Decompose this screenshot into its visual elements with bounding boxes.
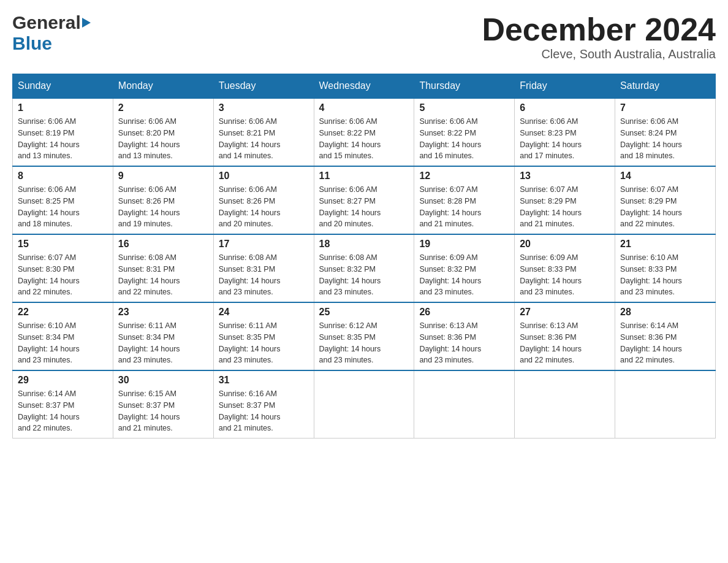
calendar-cell [615,370,716,439]
week-row-1: 1 Sunrise: 6:06 AMSunset: 8:19 PMDayligh… [13,98,716,166]
day-number: 12 [419,170,509,182]
calendar-cell: 3 Sunrise: 6:06 AMSunset: 8:21 PMDayligh… [213,98,314,166]
calendar-cell: 30 Sunrise: 6:15 AMSunset: 8:37 PMDaylig… [113,370,213,439]
day-number: 31 [219,375,309,386]
page-header: General Blue December 2024 Cleve, South … [12,12,716,61]
day-info: Sunrise: 6:15 AMSunset: 8:37 PMDaylight:… [118,389,180,432]
day-info: Sunrise: 6:11 AMSunset: 8:34 PMDaylight:… [118,321,180,364]
day-info: Sunrise: 6:14 AMSunset: 8:37 PMDaylight:… [18,389,80,432]
day-info: Sunrise: 6:16 AMSunset: 8:37 PMDaylight:… [219,389,281,432]
day-number: 20 [520,239,610,250]
calendar-cell: 7 Sunrise: 6:06 AMSunset: 8:24 PMDayligh… [615,98,716,166]
day-number: 6 [520,102,610,113]
day-number: 25 [319,307,409,318]
day-info: Sunrise: 6:06 AMSunset: 8:27 PMDaylight:… [319,185,381,228]
calendar-cell: 10 Sunrise: 6:06 AMSunset: 8:26 PMDaylig… [213,166,314,234]
day-number: 19 [419,239,509,250]
header-thursday: Thursday [414,74,515,99]
day-info: Sunrise: 6:08 AMSunset: 8:32 PMDaylight:… [319,253,381,296]
day-info: Sunrise: 6:06 AMSunset: 8:21 PMDaylight:… [219,117,281,160]
day-info: Sunrise: 6:14 AMSunset: 8:36 PMDaylight:… [620,321,682,364]
day-info: Sunrise: 6:08 AMSunset: 8:31 PMDaylight:… [219,253,281,296]
week-row-3: 15 Sunrise: 6:07 AMSunset: 8:30 PMDaylig… [13,234,716,302]
day-number: 26 [419,307,509,318]
day-info: Sunrise: 6:10 AMSunset: 8:34 PMDaylight:… [18,321,80,364]
day-info: Sunrise: 6:07 AMSunset: 8:30 PMDaylight:… [18,253,80,296]
day-number: 3 [219,102,309,113]
calendar-table: SundayMondayTuesdayWednesdayThursdayFrid… [12,74,716,439]
logo-general: General [12,12,81,33]
calendar-cell: 4 Sunrise: 6:06 AMSunset: 8:22 PMDayligh… [314,98,414,166]
header-saturday: Saturday [615,74,716,99]
calendar-cell: 2 Sunrise: 6:06 AMSunset: 8:20 PMDayligh… [113,98,213,166]
header-tuesday: Tuesday [213,74,314,99]
calendar-cell: 15 Sunrise: 6:07 AMSunset: 8:30 PMDaylig… [13,234,113,302]
calendar-cell: 27 Sunrise: 6:13 AMSunset: 8:36 PMDaylig… [515,302,615,370]
day-info: Sunrise: 6:06 AMSunset: 8:20 PMDaylight:… [118,117,180,160]
day-info: Sunrise: 6:06 AMSunset: 8:26 PMDaylight:… [219,185,281,228]
calendar-cell: 13 Sunrise: 6:07 AMSunset: 8:29 PMDaylig… [515,166,615,234]
day-number: 16 [118,239,208,250]
day-info: Sunrise: 6:09 AMSunset: 8:32 PMDaylight:… [419,253,481,296]
calendar-cell: 25 Sunrise: 6:12 AMSunset: 8:35 PMDaylig… [314,302,414,370]
calendar-cell: 29 Sunrise: 6:14 AMSunset: 8:37 PMDaylig… [13,370,113,439]
title-block: December 2024 Cleve, South Australia, Au… [482,12,716,61]
day-info: Sunrise: 6:13 AMSunset: 8:36 PMDaylight:… [419,321,481,364]
day-info: Sunrise: 6:09 AMSunset: 8:33 PMDaylight:… [520,253,582,296]
day-number: 10 [219,170,309,182]
logo-blue: Blue [12,33,52,53]
calendar-cell: 22 Sunrise: 6:10 AMSunset: 8:34 PMDaylig… [13,302,113,370]
calendar-cell: 23 Sunrise: 6:11 AMSunset: 8:34 PMDaylig… [113,302,213,370]
calendar-cell [414,370,515,439]
day-number: 13 [520,170,610,182]
calendar-cell: 21 Sunrise: 6:10 AMSunset: 8:33 PMDaylig… [615,234,716,302]
logo: General Blue [12,12,91,54]
day-number: 5 [419,102,509,113]
day-number: 28 [620,307,710,318]
day-number: 30 [118,375,208,386]
day-number: 15 [18,239,108,250]
day-number: 17 [219,239,309,250]
day-info: Sunrise: 6:07 AMSunset: 8:29 PMDaylight:… [520,185,582,228]
calendar-cell: 6 Sunrise: 6:06 AMSunset: 8:23 PMDayligh… [515,98,615,166]
location: Cleve, South Australia, Australia [482,47,716,61]
calendar-cell: 12 Sunrise: 6:07 AMSunset: 8:28 PMDaylig… [414,166,515,234]
week-row-5: 29 Sunrise: 6:14 AMSunset: 8:37 PMDaylig… [13,370,716,439]
week-row-4: 22 Sunrise: 6:10 AMSunset: 8:34 PMDaylig… [13,302,716,370]
day-number: 1 [18,102,108,113]
day-info: Sunrise: 6:06 AMSunset: 8:26 PMDaylight:… [118,185,180,228]
day-number: 23 [118,307,208,318]
calendar-cell: 20 Sunrise: 6:09 AMSunset: 8:33 PMDaylig… [515,234,615,302]
day-number: 4 [319,102,409,113]
calendar-cell: 28 Sunrise: 6:14 AMSunset: 8:36 PMDaylig… [615,302,716,370]
day-number: 18 [319,239,409,250]
day-info: Sunrise: 6:08 AMSunset: 8:31 PMDaylight:… [118,253,180,296]
month-title: December 2024 [482,12,716,47]
day-info: Sunrise: 6:06 AMSunset: 8:22 PMDaylight:… [419,117,481,160]
calendar-cell [314,370,414,439]
day-number: 24 [219,307,309,318]
calendar-cell: 5 Sunrise: 6:06 AMSunset: 8:22 PMDayligh… [414,98,515,166]
header-friday: Friday [515,74,615,99]
logo-arrow-icon [82,18,91,28]
calendar-cell: 9 Sunrise: 6:06 AMSunset: 8:26 PMDayligh… [113,166,213,234]
calendar-cell: 24 Sunrise: 6:11 AMSunset: 8:35 PMDaylig… [213,302,314,370]
calendar-cell: 8 Sunrise: 6:06 AMSunset: 8:25 PMDayligh… [13,166,113,234]
day-info: Sunrise: 6:13 AMSunset: 8:36 PMDaylight:… [520,321,582,364]
day-number: 8 [18,170,108,182]
calendar-cell: 18 Sunrise: 6:08 AMSunset: 8:32 PMDaylig… [314,234,414,302]
calendar-cell: 14 Sunrise: 6:07 AMSunset: 8:29 PMDaylig… [615,166,716,234]
day-info: Sunrise: 6:06 AMSunset: 8:23 PMDaylight:… [520,117,582,160]
day-info: Sunrise: 6:10 AMSunset: 8:33 PMDaylight:… [620,253,682,296]
day-number: 7 [620,102,710,113]
day-info: Sunrise: 6:06 AMSunset: 8:22 PMDaylight:… [319,117,381,160]
day-number: 9 [118,170,208,182]
day-number: 21 [620,239,710,250]
header-monday: Monday [113,74,213,99]
calendar-cell: 16 Sunrise: 6:08 AMSunset: 8:31 PMDaylig… [113,234,213,302]
day-number: 2 [118,102,208,113]
day-info: Sunrise: 6:07 AMSunset: 8:29 PMDaylight:… [620,185,682,228]
calendar-cell: 17 Sunrise: 6:08 AMSunset: 8:31 PMDaylig… [213,234,314,302]
day-number: 14 [620,170,710,182]
calendar-cell: 1 Sunrise: 6:06 AMSunset: 8:19 PMDayligh… [13,98,113,166]
